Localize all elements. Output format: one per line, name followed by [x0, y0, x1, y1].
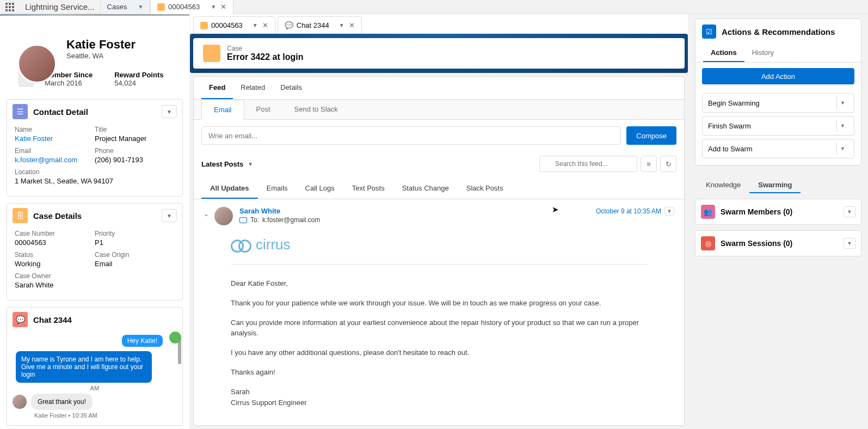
search-feed-input[interactable]	[539, 156, 637, 172]
field-value: Email	[95, 260, 175, 268]
composer-tab-slack[interactable]: Send to Slack	[282, 100, 350, 119]
field-label: Location	[15, 168, 175, 176]
divider	[231, 264, 647, 265]
updates-tab-all[interactable]: All Updates	[201, 179, 258, 199]
card-menu-button[interactable]: ▼	[162, 105, 177, 118]
updates-tab-emails[interactable]: Emails	[258, 179, 297, 199]
app-launcher-icon[interactable]	[0, 3, 20, 11]
email-paragraph: Can you provide more information at your…	[231, 318, 647, 338]
sub-tab-label: 00004563	[211, 21, 243, 29]
updates-tab-slack[interactable]: Slack Posts	[458, 179, 512, 199]
chevron-down-icon[interactable]: ▼	[836, 97, 848, 109]
case-icon	[200, 22, 208, 29]
add-action-button[interactable]: Add Action	[702, 68, 854, 84]
card-menu-button[interactable]: ▼	[162, 209, 177, 222]
envelope-icon	[239, 217, 247, 223]
field-label: Priority	[95, 230, 175, 237]
contact-name-link[interactable]: Katie Foster	[15, 134, 95, 143]
chat-bubble-out: Hey Katie!	[122, 335, 163, 347]
close-icon[interactable]: ✕	[220, 3, 226, 11]
card-title: Chat 2344	[33, 315, 177, 324]
chevron-down-icon[interactable]: ▼	[836, 143, 848, 155]
updates-tab-status[interactable]: Status Change	[393, 179, 458, 199]
email-input[interactable]	[201, 126, 621, 145]
case-icon	[157, 3, 165, 11]
cirrus-logo-icon	[231, 238, 253, 252]
avatar	[214, 207, 233, 225]
chevron-down-icon[interactable]: ▼	[844, 238, 855, 249]
swarm-members-title: Swarm Members (0)	[721, 207, 844, 216]
case-details-card: 🗄 Case Details ▼ Case Number00004563 Pri…	[7, 203, 183, 301]
chevron-down-icon[interactable]: ▼	[836, 120, 848, 132]
chat-card: 💬 Chat 2344 Hey Katie! My name is Tyrone…	[7, 307, 183, 426]
email-signature: Sarah	[231, 387, 647, 397]
action-add-to-swarm[interactable]: Add to Swarm▼	[702, 139, 854, 158]
chevron-down-icon[interactable]: ▼	[211, 4, 216, 10]
nav-tab-label: 00004563	[168, 3, 200, 11]
chevron-down-icon[interactable]: ▼	[339, 22, 344, 28]
composer-tab-email[interactable]: Email	[201, 100, 244, 120]
tab-history[interactable]: History	[744, 44, 781, 62]
post-author-link[interactable]: Sarah White	[239, 207, 320, 215]
close-icon[interactable]: ✕	[262, 21, 268, 29]
sub-tab-chat[interactable]: 💬 Chat 2344 ▼ ✕	[278, 16, 362, 34]
action-label: Finish Swarm	[708, 122, 751, 130]
swarm-sessions-card[interactable]: ◎ Swarm Sessions (0) ▼	[695, 230, 861, 256]
chevron-down-icon[interactable]: ▼	[253, 22, 258, 28]
contact-icon: ☰	[13, 104, 28, 119]
action-finish-swarm[interactable]: Finish Swarm▼	[702, 116, 854, 136]
field-label: Title	[95, 126, 175, 133]
swarm-members-card[interactable]: 👥 Swarm Members (0) ▼	[695, 199, 861, 225]
tab-feed[interactable]: Feed	[201, 77, 233, 99]
avatar	[17, 44, 57, 83]
avatar-agent	[169, 335, 177, 344]
profile-location: Seattle, WA	[66, 52, 178, 60]
action-begin-swarming[interactable]: Begin Swarming▼	[702, 93, 854, 113]
chat-meta: Katie Foster • 10:35 AM	[34, 412, 177, 419]
tab-details[interactable]: Details	[273, 77, 310, 99]
card-title: Contact Detail	[33, 107, 162, 117]
filter-button[interactable]: ≡	[641, 156, 657, 172]
tab-actions[interactable]: Actions	[703, 44, 744, 62]
contact-email-link[interactable]: k.foster@gmail.com	[15, 156, 95, 164]
composer-tab-post[interactable]: Post	[244, 100, 282, 119]
chevron-down-icon[interactable]: ▼	[248, 161, 253, 167]
profile-name: Katie Foster	[66, 38, 178, 52]
field-value: Working	[15, 260, 95, 268]
updates-tab-calls[interactable]: Call Logs	[297, 179, 343, 199]
case-icon	[203, 45, 220, 62]
tab-swarming[interactable]: Swarming	[749, 177, 801, 193]
center-content: 00004563 ▼ ✕ 💬 Chat 2344 ▼ ✕ Case Error …	[189, 14, 688, 429]
tab-related[interactable]: Related	[233, 77, 273, 99]
cirrus-logo: cirrus	[231, 236, 647, 253]
collapse-icon[interactable]: ⌄	[204, 210, 209, 218]
chevron-down-icon[interactable]: ▼	[844, 206, 855, 217]
member-since-value: March 2016	[45, 79, 93, 87]
chat-bubble-out: My name is Tyrone and I am here to help.…	[16, 351, 152, 383]
reward-points-label: Reward Points	[114, 71, 163, 79]
nav-tab-case-00004563[interactable]: 00004563 ▼ ✕	[150, 0, 233, 14]
feed-sort-label[interactable]: Latest Posts	[201, 160, 243, 168]
post-date-link[interactable]: October 9 at 10:35 AM	[596, 207, 661, 215]
action-label: Begin Swarming	[708, 99, 760, 107]
field-label: Status	[15, 251, 95, 259]
chevron-down-icon[interactable]: ▼	[138, 4, 143, 10]
chat-icon: 💬	[285, 21, 293, 29]
feed-panel: Feed Related Details Email Post Send to …	[193, 76, 685, 426]
updates-tab-texts[interactable]: Text Posts	[343, 179, 393, 199]
email-signature: Cirrus Support Engineer	[231, 398, 647, 408]
email-paragraph: Thanks again!	[231, 367, 647, 377]
refresh-button[interactable]: ↻	[660, 156, 676, 172]
close-icon[interactable]: ✕	[349, 21, 355, 29]
chat-icon: 💬	[13, 312, 28, 327]
feed-item: ⌄ Sarah White To: k.foster@gmail.com Oct…	[194, 199, 684, 426]
sub-tab-case[interactable]: 00004563 ▼ ✕	[193, 16, 275, 34]
cirrus-logo-text: cirrus	[256, 236, 291, 253]
swarm-sessions-title: Swarm Sessions (0)	[721, 239, 844, 248]
tab-knowledge[interactable]: Knowledge	[697, 177, 749, 193]
post-menu-button[interactable]: ▼	[664, 207, 674, 216]
nav-tab-cases[interactable]: Cases ▼	[100, 0, 151, 14]
compose-button[interactable]: Compose	[626, 126, 676, 145]
actions-icon: ☑	[702, 24, 716, 39]
field-value: 00004563	[15, 238, 95, 247]
